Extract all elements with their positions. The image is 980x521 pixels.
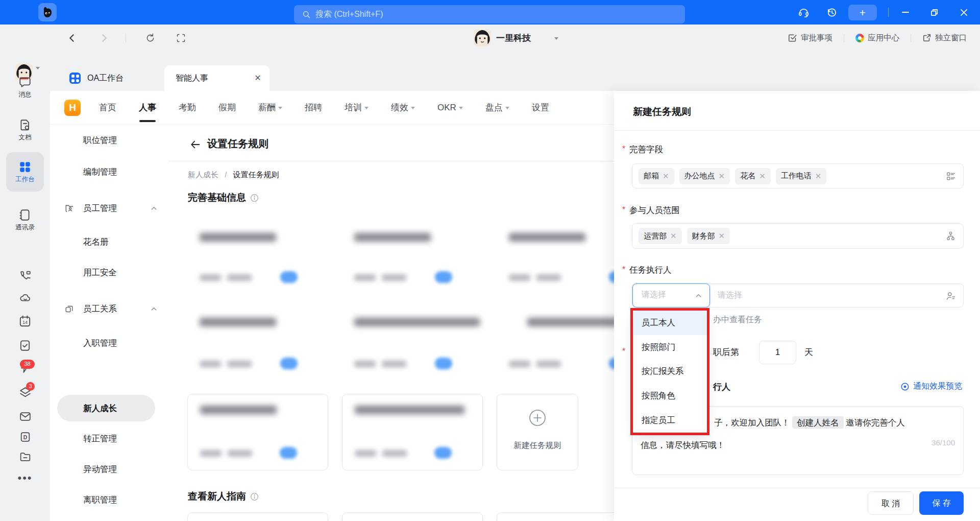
rail-item-messages[interactable]: 消息 xyxy=(0,76,50,99)
tag-remove-icon[interactable]: ✕ xyxy=(815,172,822,181)
sidebar-group-employee-mgmt[interactable]: 员工管理 xyxy=(50,198,168,219)
guide-card[interactable] xyxy=(342,512,483,521)
org-switcher-caret[interactable] xyxy=(554,25,558,51)
refresh-button[interactable] xyxy=(145,25,156,51)
back-button[interactable] xyxy=(67,25,77,51)
breadcrumb-parent[interactable]: 新人成长 xyxy=(188,170,218,179)
tag-remove-icon[interactable]: ✕ xyxy=(719,172,725,181)
forward-button[interactable] xyxy=(99,25,109,51)
global-search-input[interactable]: 搜索 (Ctrl+Shift+F) xyxy=(294,5,685,23)
history-button[interactable] xyxy=(823,0,840,25)
scope-tag-input[interactable]: 运营部✕ 财务部✕ xyxy=(632,223,964,249)
rail-item-workbench[interactable]: 工作台 xyxy=(0,160,50,184)
rail-item-todo[interactable] xyxy=(0,339,50,352)
app-logo[interactable] xyxy=(38,3,57,21)
day-number-input[interactable]: 1 xyxy=(759,341,796,364)
standalone-window-link[interactable]: 独立窗口 xyxy=(922,33,967,43)
tab-oa-workbench[interactable]: OA工作台 xyxy=(69,65,124,91)
tag-remove-icon[interactable]: ✕ xyxy=(663,172,669,181)
rail-item-more[interactable]: ••• xyxy=(0,471,50,485)
task-rule-card[interactable] xyxy=(342,306,483,381)
tag-remove-icon[interactable]: ✕ xyxy=(719,231,725,241)
nav-inventory[interactable]: 盘点 xyxy=(485,102,509,113)
sidebar-item-onboarding[interactable]: 入职管理 xyxy=(50,333,168,353)
drawer-divider xyxy=(614,130,980,131)
rail-item-mail[interactable] xyxy=(0,410,50,423)
rail-item-calendar[interactable]: 14 xyxy=(0,315,50,328)
org-avatar[interactable] xyxy=(474,25,491,51)
sidebar-item-employment-safety[interactable]: 用工安全 xyxy=(50,263,168,283)
task-rule-card[interactable] xyxy=(187,394,328,470)
dropdown-option-by-role[interactable]: 按照角色 xyxy=(633,384,707,408)
dropdown-option-by-department[interactable]: 按照部门 xyxy=(633,335,707,360)
person-select-icon[interactable] xyxy=(945,291,956,301)
nav-payroll[interactable]: 薪酬 xyxy=(258,102,282,113)
toggle[interactable] xyxy=(280,358,298,369)
task-rule-card[interactable] xyxy=(187,306,328,381)
tab-smart-hr[interactable]: 智能人事 ✕ xyxy=(164,65,270,91)
task-rule-card[interactable] xyxy=(342,222,483,294)
cancel-button[interactable]: 取 消 xyxy=(868,491,914,515)
field-list-icon[interactable] xyxy=(946,171,956,181)
nav-attendance[interactable]: 考勤 xyxy=(179,102,196,113)
nav-performance[interactable]: 绩效 xyxy=(391,102,415,113)
app-center-link[interactable]: 应用中心 xyxy=(855,33,899,43)
rail-item-calls[interactable] xyxy=(0,270,50,282)
rail-item-contacts[interactable]: 通讯录 xyxy=(0,208,50,232)
dropdown-option-designated-employee[interactable]: 指定员工 xyxy=(633,408,707,433)
nav-settings[interactable]: 设置 xyxy=(532,102,549,113)
char-counter: 36/100 xyxy=(932,438,955,447)
chevron-down-icon xyxy=(505,107,509,109)
toggle[interactable] xyxy=(435,358,452,369)
toggle[interactable] xyxy=(435,271,452,283)
sidebar-item-transfer-mgmt[interactable]: 异动管理 xyxy=(50,459,168,480)
notify-preview-link[interactable]: 通知效果预览 xyxy=(900,381,962,392)
info-icon[interactable] xyxy=(250,194,259,202)
toggle[interactable] xyxy=(434,447,452,459)
fields-tag-input[interactable]: 邮箱✕ 办公地点✕ 花名✕ 工作电话✕ xyxy=(632,163,964,188)
nav-home[interactable]: 首页 xyxy=(99,102,116,113)
new-window-button[interactable]: + xyxy=(848,5,877,20)
org-name[interactable]: 一里科技 xyxy=(496,25,531,51)
nav-training[interactable]: 培训 xyxy=(345,102,369,113)
sidebar-item-newcomer-growth-active[interactable]: 新人成长 xyxy=(57,395,155,421)
back-button[interactable] xyxy=(190,139,201,150)
sidebar-group-employee-relations[interactable]: 员工关系 xyxy=(50,299,168,319)
rail-item-apps[interactable] xyxy=(0,386,50,399)
restore-button[interactable] xyxy=(927,0,941,25)
save-button[interactable]: 保 存 xyxy=(919,491,964,515)
nav-leave[interactable]: 假期 xyxy=(218,102,236,113)
dropdown-option-employee-self[interactable]: 员工本人 xyxy=(633,311,707,335)
task-rule-card[interactable] xyxy=(187,222,328,294)
rail-item-docs[interactable]: 文档 xyxy=(0,119,50,142)
nav-recruit[interactable]: 招聘 xyxy=(305,102,322,113)
guide-card[interactable] xyxy=(187,512,328,521)
info-icon[interactable] xyxy=(250,492,259,501)
executor-type-select[interactable]: 请选择 xyxy=(632,283,710,307)
org-chart-icon[interactable] xyxy=(945,231,956,242)
minimize-button[interactable] xyxy=(898,0,913,25)
toggle[interactable] xyxy=(280,271,298,283)
dropdown-option-by-reporting-line[interactable]: 按汇报关系 xyxy=(633,360,707,384)
sidebar-item-position-mgmt[interactable]: 职位管理 xyxy=(50,130,168,151)
task-rule-card[interactable] xyxy=(342,394,483,470)
toggle[interactable] xyxy=(280,447,297,459)
new-task-rule-card[interactable]: 新建任务规则 xyxy=(497,394,578,470)
rail-item-drive[interactable] xyxy=(0,451,50,463)
tag-remove-icon[interactable]: ✕ xyxy=(759,172,766,181)
nav-hr[interactable]: 人事 xyxy=(139,102,156,113)
rail-item-cloud[interactable] xyxy=(0,292,50,304)
executor-value-placeholder[interactable]: 请选择 xyxy=(718,290,742,301)
tag-remove-icon[interactable]: ✕ xyxy=(670,231,677,241)
tab-close-icon[interactable]: ✕ xyxy=(252,73,263,84)
sidebar-item-headcount-mgmt[interactable]: 编制管理 xyxy=(50,162,168,182)
fullscreen-button[interactable] xyxy=(176,25,186,51)
nav-okr[interactable]: OKR xyxy=(437,103,463,113)
support-button[interactable] xyxy=(795,0,812,25)
sidebar-item-offboarding[interactable]: 离职管理 xyxy=(50,490,168,510)
approvals-link[interactable]: 审批事项 xyxy=(788,33,832,43)
rail-item-ding-doc[interactable]: D xyxy=(0,431,50,443)
close-window-button[interactable] xyxy=(957,0,971,25)
sidebar-item-regularization[interactable]: 转正管理 xyxy=(50,429,168,449)
sidebar-item-roster[interactable]: 花名册 xyxy=(50,232,168,252)
